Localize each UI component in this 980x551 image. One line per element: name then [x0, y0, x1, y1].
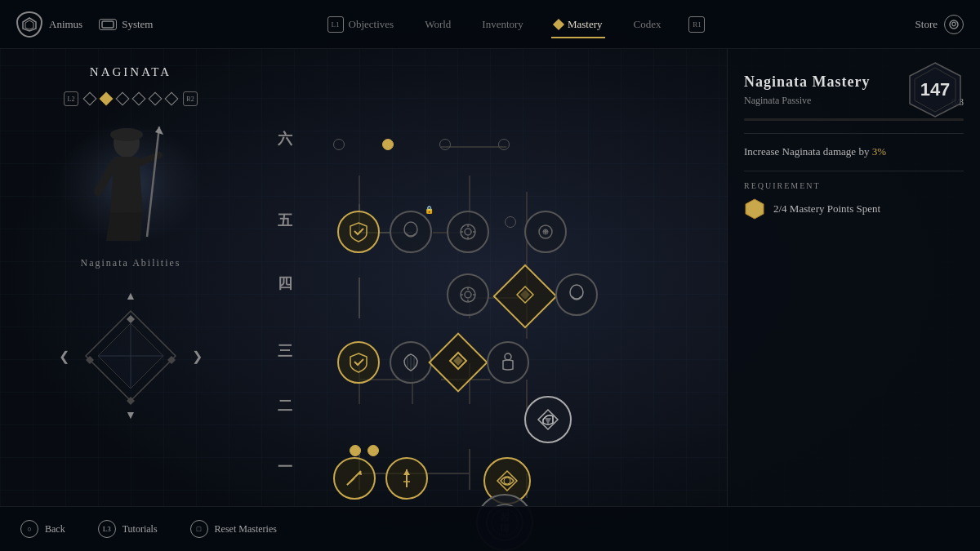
top-navigation: Animus System L1 Objectives World Invent…	[0, 0, 980, 49]
row-label-4: 四	[278, 273, 292, 293]
skill-node-3-4[interactable]	[487, 341, 529, 384]
node-circle-4-5	[555, 273, 598, 316]
small-node-6b	[382, 139, 394, 150]
svg-point-46	[465, 229, 471, 235]
skill-node-3-2[interactable]	[390, 341, 432, 384]
small-node-1-1a	[350, 445, 361, 456]
prev-weapon-button[interactable]: ❮	[47, 344, 82, 368]
skill-node-4-3[interactable]	[447, 273, 489, 316]
skill-node-2-4[interactable]	[524, 396, 572, 443]
mastery-dot-5	[149, 92, 163, 106]
left-panel: NAGINATA L2 R2	[0, 49, 261, 551]
selector-center	[82, 307, 180, 405]
row-label-5: 五	[278, 211, 292, 230]
req-hex-icon	[744, 198, 765, 220]
svg-point-6	[110, 128, 143, 141]
store-icon[interactable]	[944, 15, 964, 34]
mastery-dot-3	[116, 92, 130, 106]
nav-codex[interactable]: Codex	[630, 11, 664, 38]
row-label-3: 三	[278, 341, 292, 361]
weapon-title: NAGINATA	[16, 65, 245, 79]
skill-node-5-4[interactable]	[505, 216, 516, 228]
scroll-up-button[interactable]: ▲	[16, 290, 245, 303]
l2-button[interactable]: L2	[64, 91, 78, 106]
skill-node-6a[interactable]	[333, 139, 345, 150]
svg-marker-75	[746, 199, 764, 219]
animus-menu[interactable]: Animus	[16, 11, 82, 38]
svg-point-55	[465, 291, 471, 298]
back-button[interactable]: ○ Back	[20, 520, 65, 538]
nav-inventory[interactable]: Inventory	[479, 11, 527, 38]
nav-mastery[interactable]: Mastery	[551, 11, 606, 38]
nav-world-label: World	[425, 18, 451, 31]
r1-badge: R1	[688, 16, 705, 33]
panel-description: Increase Naginata damage by 3%	[744, 144, 964, 161]
svg-point-61	[505, 353, 511, 360]
skill-node-3-3[interactable]	[437, 341, 479, 384]
row-label-1: 一	[278, 457, 292, 477]
skill-node-1-1[interactable]	[333, 457, 376, 500]
node-circle-3-4	[487, 341, 529, 384]
nav-codex-label: Codex	[633, 18, 661, 31]
animus-icon	[16, 11, 42, 38]
node-circle-2-4	[524, 396, 572, 443]
small-node-6a	[333, 139, 345, 150]
weapon-selector: ❮ ❯	[16, 307, 245, 405]
nav-objectives[interactable]: L1 Objectives	[324, 10, 398, 39]
skill-node-5-2[interactable]: 🔒 🔒	[390, 211, 432, 253]
r2-button[interactable]: R2	[183, 91, 198, 106]
node-circle-3-2	[390, 341, 432, 384]
tutorials-ctrl-icon: L3	[98, 520, 116, 538]
mastery-dot-1	[83, 92, 97, 106]
panel-subtitle: Naginata Passive	[744, 95, 811, 107]
node-circle-5-1	[337, 211, 380, 253]
reset-button[interactable]: □ Reset Masteries	[190, 520, 277, 538]
skill-node-6d[interactable]	[498, 139, 510, 150]
system-icon	[99, 19, 117, 30]
progress-bar	[744, 118, 964, 121]
nav-center: L1 Objectives World Inventory Mastery Co…	[163, 10, 866, 39]
next-weapon-button[interactable]: ❯	[180, 344, 215, 368]
selector-diamond-svg	[82, 307, 180, 405]
row-label-2: 二	[278, 396, 292, 415]
skill-node-6c[interactable]	[439, 139, 451, 150]
svg-marker-16	[127, 315, 135, 323]
skill-node-4-4[interactable]	[502, 273, 548, 319]
nav-world[interactable]: World	[421, 11, 454, 38]
svg-marker-11	[155, 127, 163, 135]
skill-tree: 六 五 四 三 二 一	[245, 49, 719, 506]
nav-mastery-label: Mastery	[568, 18, 603, 31]
skill-grid: 六 五 四 三 二 一	[261, 57, 702, 498]
node-circle-5-2: 🔒 🔒	[390, 211, 432, 253]
skill-node-5-5[interactable]: ✦	[524, 211, 567, 253]
nav-inventory-label: Inventory	[482, 18, 523, 31]
svg-marker-65	[403, 469, 410, 475]
skill-node-5-3[interactable]	[447, 211, 489, 253]
small-node-6d	[498, 139, 510, 150]
skill-node-4-5[interactable]	[555, 273, 598, 316]
small-node-1-1b	[368, 445, 379, 456]
mastery-dot-6	[165, 92, 179, 106]
scroll-down-button[interactable]: ▼	[16, 409, 245, 422]
node-circle-5-5: ✦	[524, 211, 567, 253]
nav-left: Animus System	[16, 11, 163, 38]
skill-node-3-1[interactable]	[337, 341, 380, 384]
panel-divider-2	[744, 171, 964, 171]
diamond-node-3-3	[428, 332, 488, 393]
store-label[interactable]: Store	[915, 18, 938, 31]
back-label: Back	[45, 523, 65, 535]
svg-rect-2	[102, 21, 114, 28]
svg-point-67	[504, 478, 510, 484]
skill-node-1-2[interactable]	[385, 457, 428, 500]
node-circle-4-3	[447, 273, 489, 316]
reset-ctrl-icon: □	[190, 520, 208, 538]
skill-node-6b[interactable]	[382, 139, 394, 150]
system-menu[interactable]: System	[99, 18, 153, 31]
right-panel: 147 Naginata Mastery Naginata Passive 0/…	[727, 49, 980, 551]
character-svg	[65, 122, 196, 245]
skill-node-5-1[interactable]	[337, 211, 380, 253]
small-node-5-4	[505, 216, 516, 228]
l1-badge: L1	[327, 16, 344, 33]
tutorials-button[interactable]: L3 Tutorials	[98, 520, 158, 538]
panel-divider-1	[744, 133, 964, 134]
